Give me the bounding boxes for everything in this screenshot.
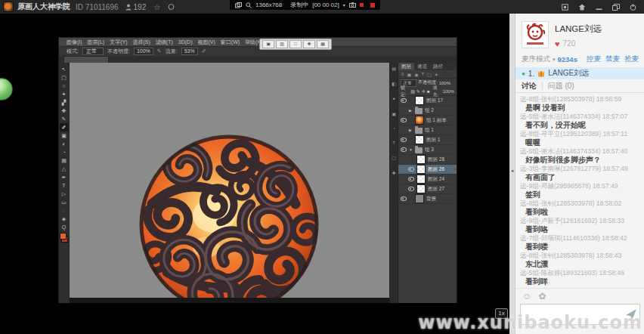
path-select-tool-icon[interactable]: ▷ [60, 190, 68, 198]
lasso-tool-icon[interactable]: ○ [60, 82, 68, 90]
menu-view[interactable]: 视图(V) [197, 39, 215, 46]
visibility-eye-icon[interactable] [407, 157, 414, 162]
flow-value[interactable]: 53% [181, 48, 198, 55]
layer-row[interactable]: 图层 24 [398, 175, 457, 184]
dock-icon[interactable]: ✚ [392, 170, 395, 175]
floating-assistant-button[interactable] [0, 78, 13, 101]
lock-icon[interactable]: ✎ [416, 88, 420, 94]
layer-row[interactable]: 背景 [398, 194, 457, 204]
tab-channels[interactable]: 通道 [414, 63, 430, 70]
text-tool-icon[interactable]: T [60, 181, 68, 190]
dock-icon[interactable]: ◔ [392, 126, 395, 131]
windows-icon[interactable] [235, 2, 242, 8]
ps-canvas-area[interactable] [70, 63, 389, 303]
layer-row[interactable]: 组 1 副本 [398, 116, 457, 125]
blur-tool-icon[interactable]: △ [60, 165, 68, 173]
menu-layer[interactable]: 图层(L) [88, 39, 105, 46]
visibility-eye-icon[interactable] [407, 187, 414, 191]
restore-button[interactable] [612, 4, 620, 11]
canvas-document[interactable] [70, 63, 389, 298]
mute-mic-link[interactable]: 禁麦 [605, 54, 620, 64]
filter-icon[interactable]: ▢ [427, 72, 432, 77]
lock-icon[interactable]: ✛ [422, 88, 426, 94]
mic-queue-item[interactable]: ● 1. LANGE刘远 [516, 67, 644, 79]
visibility-eye-icon[interactable] [400, 138, 407, 142]
visibility-eye-icon[interactable] [400, 98, 407, 103]
marquee-tool-icon[interactable]: ▢ [60, 73, 68, 82]
menu-filter[interactable]: 滤镜(T) [156, 39, 173, 46]
dock-icon[interactable]: ▣ [392, 111, 396, 116]
foreground-color[interactable] [60, 233, 67, 240]
eyedropper-tool-icon[interactable]: ✚ [60, 107, 68, 115]
tab-questions[interactable]: 问题 (0) [548, 81, 574, 91]
zoom-tool-icon[interactable]: Q [60, 223, 68, 231]
tab-layers[interactable]: 图层 [398, 63, 414, 70]
layer-row[interactable]: 图层 27 [398, 184, 457, 194]
record-button[interactable] [360, 3, 364, 7]
layer-row[interactable]: ▶ 组 1 [398, 125, 457, 135]
overlay-button[interactable]: ▥ [276, 40, 288, 48]
playback-speed-badge[interactable]: 1x [495, 308, 508, 319]
stamp-tool-icon[interactable]: ▣ [60, 131, 68, 140]
pin-window-icon[interactable] [562, 4, 568, 11]
layer-row[interactable]: ▶ 组 2 [398, 106, 457, 116]
mode-dropdown-icon[interactable]: ▾ [553, 57, 556, 63]
fill-value[interactable]: 100% [443, 89, 454, 94]
overlay-button[interactable]: ✚ [303, 40, 315, 48]
layer-row-selected[interactable]: 图层 26 [398, 165, 457, 175]
boss-key-icon[interactable] [578, 4, 586, 11]
layer-row[interactable]: 图层 28 [398, 155, 457, 165]
pen-tool-icon[interactable]: ✒ [60, 173, 68, 181]
favorite-star-icon[interactable]: ☆ [153, 3, 160, 11]
overlay-button[interactable]: □ [289, 40, 302, 48]
visibility-eye-icon[interactable] [400, 196, 407, 201]
menu-type[interactable]: 文字(Y) [110, 39, 127, 46]
lock-icon[interactable]: ▨ [410, 88, 415, 94]
dock-icon[interactable]: ▢ [392, 155, 396, 160]
move-tool-icon[interactable]: ↖ [60, 65, 68, 73]
visibility-eye-icon[interactable] [400, 108, 407, 113]
heart-icon[interactable]: ♥ [555, 40, 560, 48]
rotate-view-tool-icon[interactable]: ◈ [60, 215, 68, 223]
blend-mode-select[interactable]: 正常 [82, 48, 104, 55]
stop-button[interactable] [370, 3, 375, 8]
document-tab[interactable] [63, 56, 109, 63]
send-icon[interactable] [625, 308, 637, 320]
filter-icon[interactable]: T [421, 72, 424, 76]
opacity-value[interactable]: 100% [134, 48, 153, 55]
filter-icon[interactable]: ✦ [435, 72, 438, 77]
tab-paths[interactable]: 路径 [430, 63, 446, 70]
visibility-eye-icon[interactable] [407, 177, 414, 181]
visibility-eye-icon[interactable] [407, 167, 414, 172]
color-swatches[interactable] [60, 233, 68, 243]
grab-mic-link[interactable]: 抢麦 [624, 54, 639, 64]
visibility-eye-icon[interactable] [400, 147, 407, 152]
crop-tool-icon[interactable]: ▞ [60, 98, 68, 107]
minimize-button[interactable] [596, 4, 602, 11]
dock-icon[interactable]: ◧ [392, 81, 396, 86]
menu-3d[interactable]: 3D(D) [178, 39, 193, 45]
menu-image[interactable]: 图像(I) [67, 39, 82, 46]
eraser-tool-icon[interactable]: ◔ [60, 148, 68, 156]
close-power-button[interactable] [630, 4, 636, 11]
hand-tool-icon[interactable]: ◌ [60, 206, 68, 215]
brush-icon[interactable]: ✎ [157, 48, 162, 54]
camera-icon[interactable] [349, 2, 356, 8]
chat-input[interactable] [520, 304, 640, 325]
lock-icon[interactable]: ■ [427, 89, 430, 94]
dock-icon[interactable]: ▤ [392, 66, 396, 71]
visibility-eye-icon[interactable] [400, 128, 407, 132]
dock-icon[interactable]: ✦ [392, 96, 395, 101]
filter-icon[interactable]: ▣ [407, 72, 412, 77]
collapse-arrow-icon[interactable]: ◂ [509, 168, 515, 174]
control-mic-link[interactable]: 控麦 [587, 54, 601, 64]
filter-icon[interactable]: ≡ [401, 72, 404, 76]
menu-window[interactable]: 窗口(W) [221, 39, 240, 46]
flower-gift-button[interactable]: ✿ [538, 292, 546, 301]
filter-icon[interactable]: ◉ [414, 72, 418, 77]
emoji-button[interactable]: ☺ [522, 292, 531, 301]
visibility-eye-icon[interactable] [400, 118, 407, 122]
layer-row[interactable]: ▼ 组 3 [398, 145, 457, 155]
magnifier-icon[interactable] [246, 2, 252, 8]
chat-collapse-handle[interactable]: ◂ [509, 14, 515, 334]
